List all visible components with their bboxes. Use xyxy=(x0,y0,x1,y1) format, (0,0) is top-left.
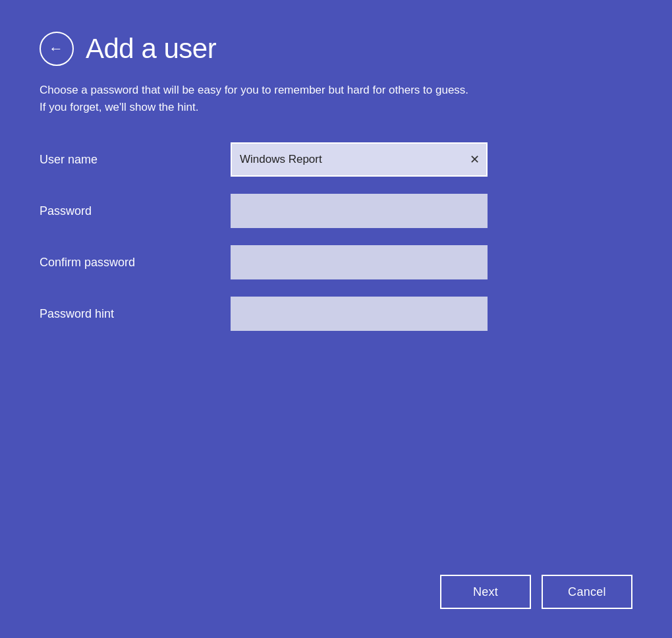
cancel-button[interactable]: Cancel xyxy=(542,575,632,609)
subtitle: Choose a password that will be easy for … xyxy=(40,82,567,115)
form-row-username: User name ✕ xyxy=(40,139,632,180)
back-arrow-icon: ← xyxy=(49,42,63,56)
next-button[interactable]: Next xyxy=(440,575,531,609)
password-label: Password xyxy=(40,204,231,218)
page-title: Add a user xyxy=(86,33,216,65)
username-label: User name xyxy=(40,153,231,167)
confirm-password-input-wrapper xyxy=(231,245,488,279)
header: ← Add a user xyxy=(40,32,632,66)
back-button[interactable]: ← xyxy=(40,32,74,66)
password-hint-input-wrapper xyxy=(231,297,488,331)
username-input[interactable] xyxy=(231,142,488,177)
form-row-password: Password xyxy=(40,190,632,231)
password-hint-label: Password hint xyxy=(40,307,231,321)
confirm-password-label: Confirm password xyxy=(40,256,231,270)
form-row-password-hint: Password hint xyxy=(40,293,632,334)
bottom-buttons: Next Cancel xyxy=(440,575,632,609)
password-input-wrapper xyxy=(231,194,488,228)
password-hint-input[interactable] xyxy=(231,297,488,331)
password-input[interactable] xyxy=(231,194,488,228)
confirm-password-input[interactable] xyxy=(231,245,488,279)
form-row-confirm-password: Confirm password xyxy=(40,242,632,283)
form-area: User name ✕ Password Confirm password Pa… xyxy=(40,139,632,345)
page-container: ← Add a user Choose a password that will… xyxy=(0,0,672,638)
username-input-wrapper: ✕ xyxy=(231,142,488,177)
username-clear-button[interactable]: ✕ xyxy=(467,151,482,168)
